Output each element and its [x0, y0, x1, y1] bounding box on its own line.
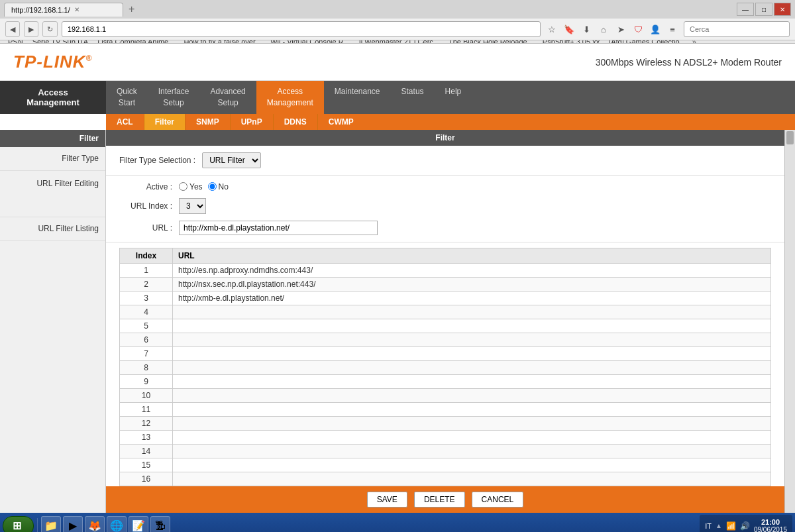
table-row: 6 — [120, 333, 771, 346]
nav-advanced-setup[interactable]: AdvancedSetup — [199, 81, 256, 114]
table-row: 1 http://es.np.adproxy.ndmdhs.com:443/ — [120, 263, 771, 277]
sub-nav-snmp[interactable]: SNMP — [186, 114, 231, 130]
back-button[interactable]: ◀ — [5, 21, 20, 37]
search-input[interactable] — [684, 21, 790, 37]
main-content: Filter Filter Type Selection : URL Filte… — [106, 130, 784, 513]
table-header-url: URL — [173, 248, 771, 263]
download-icon[interactable]: ⬇ — [579, 22, 594, 36]
url-filter-editing-section: Active : Yes No — [106, 176, 784, 242]
nav-status[interactable]: Status — [391, 81, 435, 114]
nav-quick-start[interactable]: QuickStart — [106, 81, 148, 114]
sub-nav-filter[interactable]: Filter — [144, 114, 186, 130]
active-label: Active : — [119, 182, 172, 191]
table-cell-url — [173, 360, 771, 374]
active-yes-label[interactable]: Yes — [179, 182, 203, 191]
tplink-title: 300Mbps Wireless N ADSL2+ Modem Router — [596, 57, 782, 68]
taskbar-icon-explorer[interactable]: 📁 — [41, 516, 61, 532]
delete-button[interactable]: DELETE — [414, 492, 465, 507]
table-row: 16 — [120, 472, 771, 486]
table-cell-url: http://nsx.sec.np.dl.playstation.net:443… — [173, 277, 771, 291]
table-row: 15 — [120, 458, 771, 472]
taskbar-network-icon: 📶 — [726, 521, 736, 531]
taskbar-icon-firefox[interactable]: 🦊 — [85, 516, 105, 532]
toolbar-icons: ☆ 🔖 ⬇ ⌂ ➤ 🛡 👤 ≡ — [545, 22, 680, 36]
filter-section-header: Filter — [106, 130, 784, 146]
table-cell-url — [173, 444, 771, 458]
table-cell-url — [173, 346, 771, 360]
filter-table: Index URL 1 http://es.np.adproxy.ndmdhs.… — [119, 248, 771, 486]
taskbar-lang: IT — [705, 522, 712, 530]
tplink-header: TP-LINK® 300Mbps Wireless N ADSL2+ Modem… — [0, 44, 795, 81]
star-icon[interactable]: ☆ — [545, 22, 559, 36]
table-cell-index: 14 — [120, 444, 173, 458]
minimize-button[interactable]: — — [737, 3, 754, 16]
tplink-logo: TP-LINK® — [13, 52, 92, 72]
table-cell-index: 7 — [120, 346, 173, 360]
menu-icon[interactable]: ≡ — [665, 22, 680, 36]
nav-maintenance[interactable]: Maintenance — [324, 81, 391, 114]
active-tab[interactable]: http://192.168.1.1/ ✕ — [4, 3, 123, 17]
url-index-row: URL Index : 3 — [119, 198, 771, 214]
taskbar-icon-notepad[interactable]: 📝 — [129, 516, 148, 532]
table-cell-index: 6 — [120, 333, 173, 346]
taskbar-icon-zip[interactable]: 🗜 — [150, 516, 170, 532]
sub-nav: ACL Filter SNMP UPnP DDNS CWMP — [106, 114, 795, 130]
table-cell-url — [173, 305, 771, 319]
save-button[interactable]: SAVE — [367, 492, 407, 507]
table-header-index: Index — [120, 248, 173, 263]
active-no-label[interactable]: No — [208, 182, 229, 191]
send-icon[interactable]: ➤ — [613, 22, 628, 36]
maximize-button[interactable]: □ — [755, 3, 772, 16]
window-controls: — □ ✕ — [737, 3, 791, 16]
sidebar-filter-title: Filter — [0, 130, 105, 147]
nav-interface-setup[interactable]: InterfaceSetup — [148, 81, 200, 114]
table-cell-url — [173, 319, 771, 333]
user-icon[interactable]: 👤 — [648, 22, 662, 36]
table-cell-index: 16 — [120, 472, 173, 486]
address-input[interactable] — [62, 21, 541, 37]
taskbar-icon-media[interactable]: ▶ — [63, 516, 83, 532]
filter-type-select[interactable]: URL Filter — [202, 152, 261, 168]
nav-access-management[interactable]: AccessManagement — [256, 81, 324, 114]
table-row: 7 — [120, 346, 771, 360]
table-cell-index: 3 — [120, 291, 173, 305]
taskbar-icon-chrome[interactable]: 🌐 — [107, 516, 127, 532]
scrollbar[interactable] — [784, 130, 795, 513]
cancel-button[interactable]: CANCEL — [472, 492, 524, 507]
url-index-label: URL Index : — [119, 201, 172, 211]
new-tab-button[interactable]: + — [126, 3, 137, 15]
table-row: 5 — [120, 319, 771, 333]
url-input[interactable] — [179, 221, 378, 235]
refresh-button[interactable]: ↻ — [42, 21, 58, 37]
sidebar: Filter Filter Type URL Filter Editing UR… — [0, 130, 106, 513]
table-cell-url: http://es.np.adproxy.ndmdhs.com:443/ — [173, 263, 771, 277]
tab-title: http://192.168.1.1/ — [11, 6, 70, 14]
forward-button[interactable]: ▶ — [24, 21, 38, 37]
url-index-select[interactable]: 3 — [179, 198, 206, 214]
start-button[interactable]: ⊞ — [3, 516, 34, 532]
tab-close-icon[interactable]: ✕ — [74, 6, 80, 13]
table-cell-url — [173, 402, 771, 416]
filter-type-row: Filter Type Selection : URL Filter — [106, 146, 784, 176]
close-button[interactable]: ✕ — [774, 3, 791, 16]
sub-nav-cwmp[interactable]: CWMP — [318, 114, 364, 130]
sub-nav-ddns[interactable]: DDNS — [274, 114, 318, 130]
taskbar: ⊞ 📁 ▶ 🦊 🌐 📝 🗜 IT ▲ 📶 🔊 21:00 09/06/2015 — [0, 513, 795, 532]
content-area: Filter Filter Type URL Filter Editing UR… — [0, 130, 795, 513]
table-cell-index: 8 — [120, 360, 173, 374]
table-cell-index: 2 — [120, 277, 173, 291]
nav-help[interactable]: Help — [435, 81, 472, 114]
table-cell-url — [173, 388, 771, 402]
taskbar-volume-icon: 🔊 — [740, 521, 750, 531]
table-cell-url — [173, 333, 771, 346]
table-cell-index: 9 — [120, 374, 173, 388]
active-yes-radio[interactable] — [179, 182, 187, 191]
home-icon[interactable]: ⌂ — [596, 22, 611, 36]
table-row: 3 http://xmb-e.dl.playstation.net/ — [120, 291, 771, 305]
active-row: Active : Yes No — [119, 182, 771, 191]
sub-nav-upnp[interactable]: UPnP — [231, 114, 274, 130]
table-cell-index: 1 — [120, 263, 173, 277]
active-no-radio[interactable] — [208, 182, 217, 191]
bookmark-icon[interactable]: 🔖 — [562, 22, 576, 36]
sub-nav-acl[interactable]: ACL — [106, 114, 144, 130]
